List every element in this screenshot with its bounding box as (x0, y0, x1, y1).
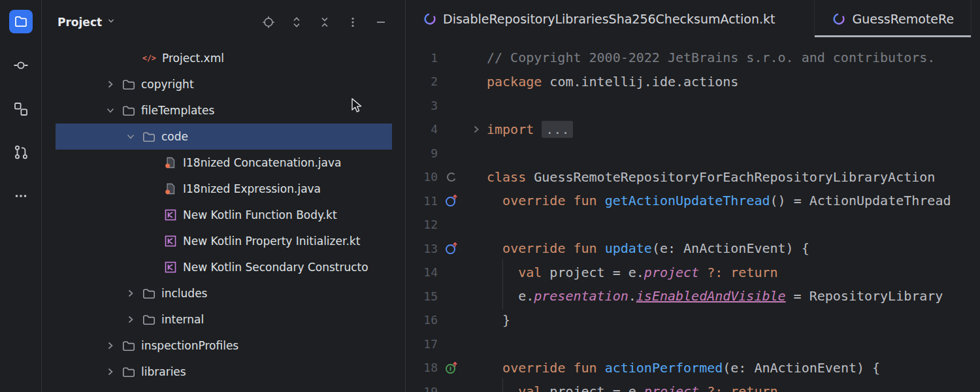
line-number[interactable]: 4 (406, 122, 438, 136)
code-token: GuessRemoteRepositoryForEachRepositoryLi… (526, 169, 935, 185)
gutter-override-icon[interactable] (438, 241, 465, 255)
tree-item-label: inspectionProfiles (141, 339, 238, 352)
line-number[interactable]: 2 (406, 74, 438, 88)
code-token: override (502, 240, 565, 256)
code-line[interactable]: 13 override fun update(e: AnActionEvent)… (406, 237, 980, 261)
editor-tab[interactable]: GuessRemoteRe (815, 0, 972, 37)
tree-item[interactable]: New Kotlin Property Initializer.kt (42, 228, 405, 254)
tree-item[interactable]: New Kotlin Function Body.kt (42, 202, 405, 228)
code-line[interactable]: 15 e.presentation.isEnabledAndVisible = … (406, 284, 980, 308)
code-line[interactable]: 10class GuessRemoteRepositoryForEachRepo… (406, 165, 980, 189)
code-line[interactable]: 14 val project = e.project ?: return (406, 261, 980, 285)
code-line[interactable]: 16 } (406, 308, 980, 333)
code-line[interactable]: 9 (406, 141, 980, 165)
project-panel-header: Project (42, 0, 405, 44)
line-number[interactable]: 16 (406, 313, 438, 327)
line-number[interactable]: 12 (406, 218, 438, 231)
code-text: val project = e.project ?: return (487, 384, 778, 392)
tree-item[interactable]: </>Project.xml (42, 45, 405, 71)
code-token: e. (487, 288, 534, 304)
kotlin-class-icon (423, 12, 437, 26)
line-number[interactable]: 18 (406, 361, 438, 374)
folder-file-icon (122, 79, 136, 90)
tree-chevron-icon[interactable] (99, 79, 122, 90)
line-number[interactable]: 3 (406, 99, 438, 112)
line-number[interactable]: 17 (406, 337, 438, 351)
more-icon[interactable] (9, 184, 33, 208)
line-number[interactable]: 14 (406, 265, 438, 279)
editor-tab-label: DisableRepositoryLibrariesSha256Checksum… (443, 12, 775, 26)
pull-requests-icon[interactable] (9, 140, 33, 164)
code-editor[interactable]: 1// Copyright 2000-2022 JetBrains s.r.o.… (406, 37, 980, 392)
code-text: val project = e.project ?: return (487, 265, 778, 280)
line-number[interactable]: 9 (406, 146, 438, 160)
line-number[interactable]: 11 (406, 194, 438, 208)
commit-icon[interactable] (9, 54, 33, 77)
gutter-override-icon[interactable] (438, 193, 465, 208)
line-number[interactable]: 13 (406, 242, 438, 255)
tree-item[interactable]: libraries (42, 359, 405, 385)
gutter-implement-icon[interactable] (438, 361, 465, 375)
gutter-class-icon[interactable] (438, 171, 465, 183)
code-line[interactable]: 3 (406, 93, 980, 118)
kotlin-file-icon (163, 261, 178, 273)
code-token: ?: (707, 265, 723, 280)
code-token (699, 265, 707, 280)
code-line[interactable]: 19 val project = e.project ?: return (406, 380, 980, 392)
tree-item[interactable]: I18nized Concatenation.java (42, 150, 405, 176)
code-token: com.intellij.ide.actions (542, 74, 738, 90)
tree-item[interactable]: New Kotlin Secondary Constructo (42, 254, 405, 280)
code-token (534, 122, 542, 137)
line-number[interactable]: 1 (406, 51, 438, 65)
code-text: import ... (487, 122, 573, 137)
code-text: override fun getActionUpdateThread() = A… (487, 193, 951, 208)
tree-item[interactable]: copyright (42, 71, 405, 97)
hide-icon[interactable] (374, 16, 387, 29)
editor-tab[interactable]: DisableRepositoryLibrariesSha256Checksum… (406, 0, 815, 37)
tree-chevron-icon[interactable] (120, 131, 142, 142)
expand-all-icon[interactable] (290, 16, 303, 29)
line-number[interactable]: 19 (406, 385, 438, 392)
project-folder-icon[interactable] (9, 10, 33, 33)
code-token: presentation (534, 288, 629, 304)
tree-item-label: Project.xml (162, 52, 224, 65)
code-token (597, 193, 605, 208)
code-line[interactable]: 18 override fun actionPerformed(e: AnAct… (406, 356, 980, 380)
code-token: ?: (707, 384, 723, 392)
tree-item[interactable]: inspectionProfiles (42, 333, 405, 359)
tree-chevron-icon[interactable] (99, 105, 122, 116)
structure-icon[interactable] (9, 97, 33, 121)
tree-chevron-icon[interactable] (120, 314, 142, 325)
code-line[interactable]: 12 (406, 213, 980, 237)
more-options-icon[interactable] (346, 16, 359, 29)
code-token: fun (573, 240, 596, 256)
svg-text:</>: </> (142, 54, 156, 63)
tree-item[interactable]: I18nized Expression.java (42, 176, 405, 202)
code-line[interactable]: 11 override fun getActionUpdateThread() … (406, 189, 980, 213)
line-number[interactable]: 15 (406, 289, 438, 303)
code-token (699, 384, 707, 392)
code-line[interactable]: 2package com.intellij.ide.actions (406, 70, 980, 94)
folder-file-icon (142, 314, 156, 325)
line-number[interactable]: 10 (406, 170, 438, 184)
tree-item[interactable]: fileTemplates (42, 97, 405, 123)
code-token (487, 240, 502, 256)
code-token (487, 360, 502, 376)
code-text: class GuessRemoteRepositoryForEachReposi… (487, 169, 935, 185)
project-view-selector[interactable]: Project (57, 16, 116, 29)
code-line[interactable]: 17 (406, 332, 980, 356)
tree-item[interactable]: code (42, 123, 405, 150)
collapse-all-icon[interactable] (318, 16, 331, 29)
code-token: (e: AnActionEvent) { (652, 240, 809, 256)
fold-chevron-icon[interactable] (465, 124, 487, 135)
tree-chevron-icon[interactable] (99, 367, 122, 377)
code-line[interactable]: 4import ... (406, 118, 980, 142)
tree-chevron-icon[interactable] (120, 288, 142, 299)
tree-item[interactable]: includes (42, 280, 405, 306)
tree-item-label: I18nized Concatenation.java (183, 156, 341, 169)
tree-item[interactable]: internal (42, 306, 405, 333)
locate-icon[interactable] (262, 16, 275, 29)
code-line[interactable]: 1// Copyright 2000-2022 JetBrains s.r.o.… (406, 46, 980, 70)
tree-chevron-icon[interactable] (99, 340, 122, 351)
code-token (723, 384, 730, 392)
